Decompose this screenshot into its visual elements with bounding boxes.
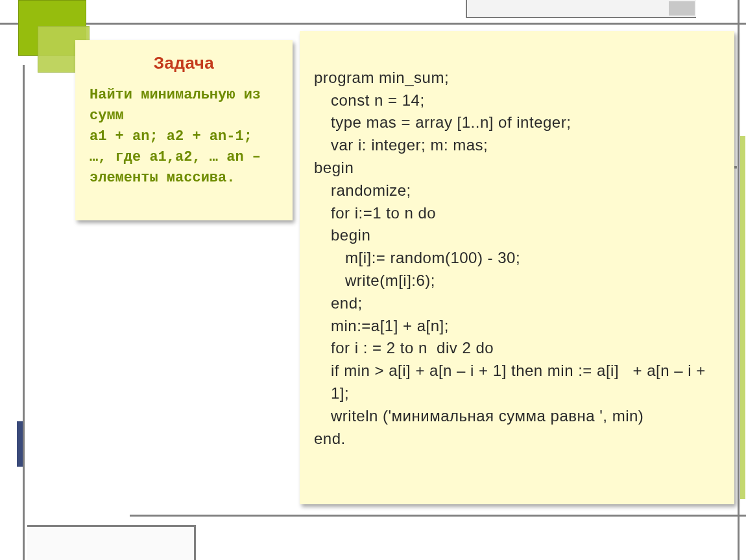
code-line-02: const n = 14; <box>314 89 720 112</box>
left-border-line <box>23 65 25 560</box>
code-line-03: type mas = array [1..n] of integer; <box>314 111 720 134</box>
code-line-16: end. <box>314 430 346 447</box>
code-line-15: writeln ('минимальная сумма равна ', min… <box>314 405 720 428</box>
bottom-line <box>130 515 746 517</box>
top-right-gray-block <box>466 0 696 18</box>
code-line-10: write(m[i]:6); <box>314 270 720 292</box>
code-line-06: randomize; <box>314 180 720 202</box>
left-dark-strip <box>17 421 23 467</box>
code-line-09: m[i]:= random(100) - 30; <box>314 247 720 270</box>
code-box: program min_sum; const n = 14;type mas =… <box>300 31 734 504</box>
slide-canvas: Задача Найти минимальную из сумм a1 + an… <box>0 0 746 560</box>
code-line-01: program min_sum; <box>314 69 449 86</box>
code-line-12: min:=a[1] + a[n]; <box>314 315 720 338</box>
task-box: Задача Найти минимальную из сумм a1 + an… <box>75 40 293 220</box>
top-right-gray-inner <box>669 1 695 16</box>
code-line-13: for i : = 2 to n div 2 do <box>314 337 720 360</box>
code-line-11: end; <box>314 292 720 315</box>
task-line-1: Найти минимальную из сумм <box>90 87 261 124</box>
code-line-08: begin <box>314 224 720 247</box>
task-line-2: a1 + an; a2 + an-1; <box>90 128 252 145</box>
code-line-07: for i:=1 to n do <box>314 202 720 225</box>
task-line-3: …, где a1,a2, … an – элементы массива. <box>90 149 261 186</box>
top-border-line <box>0 23 746 25</box>
code-listing: program min_sum; const n = 14;type mas =… <box>314 44 720 450</box>
code-line-14: if min > a[i] + a[n – i + 1] then min :=… <box>314 360 720 405</box>
code-line-04: var i: integer; m: mas; <box>314 134 720 157</box>
right-strip-lime <box>740 136 745 499</box>
code-line-05: begin <box>314 159 354 176</box>
task-title: Задача <box>90 53 278 73</box>
bottom-gray-box <box>27 525 196 560</box>
task-description: Найти минимальную из сумм a1 + an; a2 + … <box>90 85 278 188</box>
